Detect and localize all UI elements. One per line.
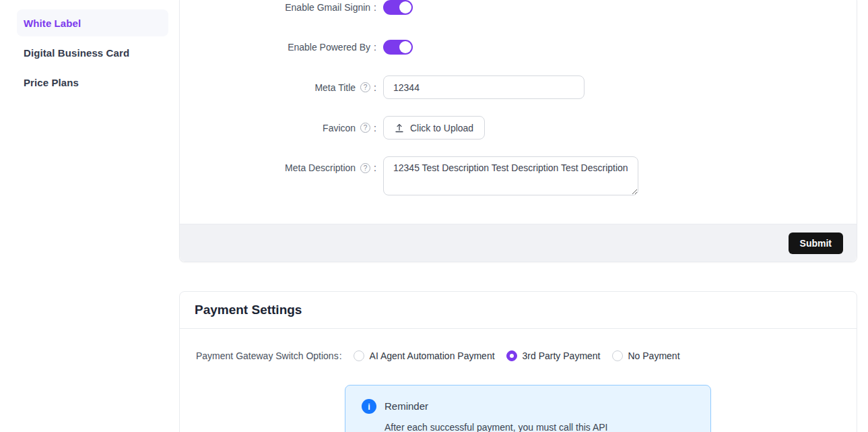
powered-by-label: Enable Powered By: [180,42,376,53]
radio-label: AI Agent Automation Payment [370,350,495,361]
submit-button[interactable]: Submit [789,233,843,254]
upload-icon [395,123,404,133]
help-icon[interactable]: ? [360,163,370,173]
toggle-knob [399,41,411,53]
radio-ai-agent-automation-payment[interactable]: AI Agent Automation Payment [354,350,495,361]
payment-gateway-row: Payment Gateway Switch Options: AI Agent… [196,348,680,363]
favicon-label: Favicon ? : [180,123,376,133]
payment-settings-card: Payment Settings Payment Gateway Switch … [179,291,857,432]
radio-3rd-party-payment[interactable]: 3rd Party Payment [506,350,601,361]
sidebar-item-label: White Label [24,18,81,29]
sidebar-item-price-plans[interactable]: Price Plans [17,69,168,96]
reminder-body: After each successful payment, you must … [385,422,607,432]
radio-label: 3rd Party Payment [523,350,601,361]
payment-settings-header: Payment Settings [180,292,857,329]
gmail-signin-row: Enable Gmail Signin: [180,0,857,15]
radio-no-payment[interactable]: No Payment [612,350,680,361]
info-icon: i [362,399,376,414]
sidebar: White Label Digital Business Card Price … [17,9,168,98]
radio-button-icon[interactable] [354,350,364,361]
radio-button-icon[interactable] [612,350,623,361]
reminder-alert: i Reminder After each successful payment… [345,385,711,432]
gmail-signin-toggle[interactable] [383,0,413,15]
sidebar-item-white-label[interactable]: White Label [17,9,168,36]
upload-button-label: Click to Upload [410,123,473,133]
powered-by-toggle[interactable] [383,40,413,55]
payment-settings-title: Payment Settings [195,303,302,317]
meta-description-label: Meta Description ? : [180,156,376,173]
meta-title-row: Meta Title ? : [180,75,857,99]
reminder-title: Reminder [385,399,607,414]
sidebar-item-label: Price Plans [24,77,79,88]
sidebar-item-digital-business-card[interactable]: Digital Business Card [17,39,168,66]
help-icon[interactable]: ? [360,82,370,92]
meta-title-label: Meta Title ? : [180,82,376,93]
form-footer: Submit [180,224,857,261]
white-label-card: Enable Gmail Signin: Enable Powered By: … [179,0,857,262]
meta-description-textarea[interactable]: 12345 Test Description Test Description … [383,156,638,195]
meta-description-row: Meta Description ? : 12345 Test Descript… [180,156,857,195]
sidebar-item-label: Digital Business Card [24,47,129,59]
radio-button-icon[interactable] [506,350,517,361]
powered-by-row: Enable Powered By: [180,40,857,55]
payment-gateway-label: Payment Gateway Switch Options: [196,350,342,361]
toggle-knob [399,1,411,13]
radio-label: No Payment [628,350,680,361]
meta-title-input[interactable] [383,75,585,99]
gmail-signin-label: Enable Gmail Signin: [180,2,376,13]
favicon-upload-button[interactable]: Click to Upload [383,116,485,140]
favicon-row: Favicon ? : Click to Upload [180,116,857,140]
help-icon[interactable]: ? [360,123,370,133]
reminder-content: Reminder After each successful payment, … [385,399,607,432]
